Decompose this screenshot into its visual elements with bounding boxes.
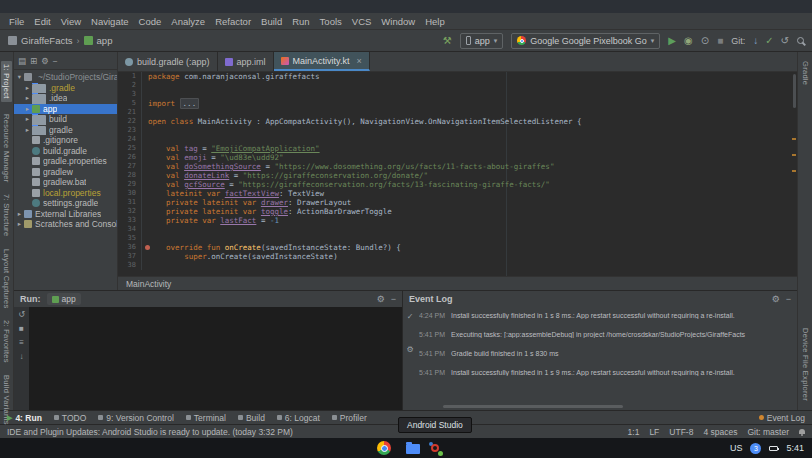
git-update-icon[interactable]: ↓ bbox=[753, 36, 758, 46]
profiler-icon[interactable]: ⊙ bbox=[701, 36, 709, 46]
clock[interactable]: 5:41 bbox=[786, 443, 804, 453]
file-encoding[interactable]: UTF-8 bbox=[669, 427, 693, 437]
run-config-selector[interactable]: app ▾ bbox=[460, 33, 504, 49]
chevron-right-icon[interactable]: ▸ bbox=[24, 105, 31, 113]
run-tab-app[interactable]: app bbox=[47, 293, 81, 305]
close-icon[interactable]: × bbox=[356, 56, 361, 66]
menu-edit[interactable]: Edit bbox=[29, 16, 55, 27]
system-tray[interactable]: US 3 5:41 bbox=[730, 438, 804, 458]
tool-strip-gradle[interactable]: Gradle bbox=[801, 61, 810, 85]
stop-icon[interactable]: ■ bbox=[19, 324, 24, 333]
scroll-down-icon[interactable]: ↓ bbox=[20, 352, 24, 361]
tree-item-gradle[interactable]: ▸.gradle bbox=[14, 83, 117, 94]
tool-strip-resource-manager[interactable]: Resource Manager bbox=[2, 114, 11, 183]
hide-panel-icon[interactable]: − bbox=[53, 56, 58, 66]
stop-icon[interactable]: ■ bbox=[717, 36, 723, 46]
menu-run[interactable]: Run bbox=[287, 16, 314, 27]
tool-tab-terminal[interactable]: Terminal bbox=[186, 413, 226, 423]
device-selector[interactable]: Google Google Pixelbook Go ▾ bbox=[511, 33, 660, 49]
tool-tab-4-run[interactable]: ▶4: Run bbox=[7, 413, 42, 423]
build-tasks-icon[interactable]: ⚙ bbox=[406, 345, 413, 354]
indent-size[interactable]: 4 spaces bbox=[703, 427, 737, 437]
build-hammer-icon[interactable]: ⚒ bbox=[443, 36, 452, 46]
tool-tab-9-version-control[interactable]: 9: Version Control bbox=[98, 413, 174, 423]
tree-item-gradlew[interactable]: gradlew bbox=[14, 167, 117, 178]
tree-item-gradle[interactable]: ▸gradle bbox=[14, 125, 117, 136]
tool-tab-event-log[interactable]: Event Log bbox=[759, 413, 805, 423]
tool-strip-1-project[interactable]: 1: Project bbox=[1, 61, 12, 102]
menu-vcs[interactable]: VCS bbox=[347, 16, 377, 27]
chevron-right-icon[interactable]: ▸ bbox=[16, 210, 23, 218]
menu-analyze[interactable]: Analyze bbox=[166, 16, 210, 27]
line-separator[interactable]: LF bbox=[649, 427, 659, 437]
tool-strip-layout-captures[interactable]: Layout Captures bbox=[2, 249, 11, 309]
cursor-position[interactable]: 1:1 bbox=[628, 427, 640, 437]
tree-item-scratches-and-consoles[interactable]: ▸Scratches and Consoles bbox=[14, 219, 117, 230]
tree-item-build-gradle[interactable]: build.gradle bbox=[14, 146, 117, 157]
menu-code[interactable]: Code bbox=[134, 16, 167, 27]
menu-view[interactable]: View bbox=[56, 16, 86, 27]
git-revert-icon[interactable]: ↺ bbox=[781, 36, 789, 46]
tree-item-app[interactable]: ▸app bbox=[14, 104, 117, 115]
menu-file[interactable]: File bbox=[4, 16, 29, 27]
breadcrumb-project[interactable]: GiraffeFacts bbox=[21, 35, 73, 46]
run-list-icon[interactable]: ≡ bbox=[19, 338, 24, 347]
tool-tab-profiler[interactable]: Profiler bbox=[332, 413, 367, 423]
editor-breadcrumb[interactable]: MainActivity bbox=[126, 279, 171, 289]
status-message[interactable]: IDE and Plugin Updates: Android Studio i… bbox=[7, 427, 293, 437]
hide-panel-icon[interactable]: − bbox=[391, 294, 396, 304]
notification-badge[interactable]: 3 bbox=[750, 443, 761, 454]
tool-tab-6-logcat[interactable]: 6: Logcat bbox=[277, 413, 320, 423]
tree-item-external-libraries[interactable]: ▸External Libraries bbox=[14, 209, 117, 220]
code-editor[interactable]: 1package com.naranjaconsal.giraffefacts2… bbox=[118, 72, 797, 276]
notifications-bell-icon[interactable] bbox=[799, 429, 805, 434]
debug-icon[interactable]: ◉ bbox=[684, 36, 693, 46]
log-checkmark-icon[interactable]: ✓ bbox=[407, 312, 414, 321]
tab-app-iml[interactable]: app.iml bbox=[218, 52, 274, 71]
chevron-down-icon[interactable]: ▾ bbox=[16, 73, 23, 81]
tree-item-gradle-properties[interactable]: gradle.properties bbox=[14, 156, 117, 167]
tree-item-gitignore[interactable]: .gitignore bbox=[14, 135, 117, 146]
hide-panel-icon[interactable]: − bbox=[786, 294, 791, 304]
tool-strip-7-structure[interactable]: 7: Structure bbox=[2, 194, 11, 236]
breadcrumb-module[interactable]: app bbox=[97, 35, 113, 46]
horizontal-scrollbar[interactable] bbox=[443, 405, 623, 408]
expand-all-icon[interactable]: ⊞ bbox=[30, 56, 37, 66]
files-icon[interactable] bbox=[406, 444, 420, 454]
run-console-output[interactable] bbox=[29, 307, 402, 410]
chrome-icon[interactable] bbox=[377, 441, 391, 455]
git-branch[interactable]: Git: master bbox=[747, 427, 789, 437]
settings-icon[interactable]: ⚙ bbox=[772, 294, 780, 304]
settings-icon[interactable]: ⚙ bbox=[377, 294, 385, 304]
tool-tab-build[interactable]: Build bbox=[238, 413, 265, 423]
tree-item-local-properties[interactable]: local.properties bbox=[14, 188, 117, 199]
chevron-right-icon[interactable]: ▸ bbox=[24, 126, 31, 134]
menu-refactor[interactable]: Refactor bbox=[210, 16, 256, 27]
tree-item-settings-gradle[interactable]: settings.gradle bbox=[14, 198, 117, 209]
override-marker-icon[interactable] bbox=[145, 245, 150, 250]
chevron-right-icon[interactable]: ▸ bbox=[24, 84, 31, 92]
search-icon[interactable] bbox=[797, 37, 804, 44]
menu-tools[interactable]: Tools bbox=[315, 16, 347, 27]
chevron-right-icon[interactable]: ▸ bbox=[16, 220, 23, 228]
settings-icon[interactable]: ⚙ bbox=[41, 56, 49, 66]
tree-item-build[interactable]: ▸build bbox=[14, 114, 117, 125]
tool-strip-2-favorites[interactable]: 2: Favorites bbox=[2, 320, 11, 363]
git-commit-icon[interactable]: ✓ bbox=[765, 36, 773, 46]
menu-navigate[interactable]: Navigate bbox=[86, 16, 134, 27]
tab-build-gradle-app[interactable]: build.gradle (:app) bbox=[118, 52, 218, 71]
rerun-icon[interactable]: ↺ bbox=[18, 310, 25, 319]
tool-tab-todo[interactable]: TODO bbox=[54, 413, 86, 423]
tree-item-gradlew-bat[interactable]: gradlew.bat bbox=[14, 177, 117, 188]
chevron-right-icon[interactable]: ▸ bbox=[24, 94, 31, 102]
project-view-icon[interactable]: ▤ bbox=[18, 56, 26, 66]
tree-item-idea[interactable]: ▸.idea bbox=[14, 93, 117, 104]
menu-build[interactable]: Build bbox=[256, 16, 287, 27]
run-icon[interactable]: ▶ bbox=[668, 36, 676, 46]
tool-strip-device-file-explorer[interactable]: Device File Explorer bbox=[801, 328, 810, 401]
keyboard-layout[interactable]: US bbox=[730, 443, 743, 453]
menu-help[interactable]: Help bbox=[420, 16, 450, 27]
menu-window[interactable]: Window bbox=[376, 16, 420, 27]
tree-item-giraffefacts[interactable]: ▾GiraffeFacts~/StudioProjects/GiraffeFac… bbox=[14, 72, 117, 83]
chevron-right-icon[interactable]: ▸ bbox=[24, 115, 31, 123]
